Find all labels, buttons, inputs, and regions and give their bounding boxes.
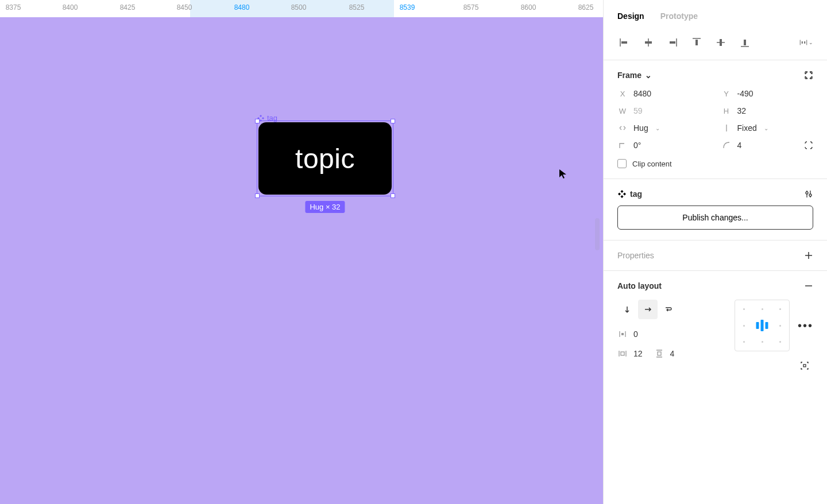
svg-rect-3: [695, 40, 698, 45]
autolayout-title: Auto layout: [617, 281, 662, 290]
selection-handle-se[interactable]: [391, 193, 395, 198]
horizontal-ruler[interactable]: 8375840084258450848085008525853985758600…: [0, 0, 603, 17]
vsize-field[interactable]: Fixed⌄: [721, 123, 814, 133]
svg-rect-2: [670, 41, 675, 44]
alignment-pad[interactable]: [735, 300, 790, 351]
gap-icon: [617, 330, 628, 338]
h-field[interactable]: H32: [721, 106, 814, 115]
ruler-tick: 8539: [400, 3, 415, 11]
tag-frame[interactable]: topic: [258, 122, 392, 195]
canvas[interactable]: tag topic Hug × 32: [0, 17, 603, 504]
selection-handle-nw[interactable]: [255, 119, 260, 123]
frame-section-title[interactable]: Frame ⌄: [617, 71, 652, 80]
direction-vertical-icon[interactable]: [617, 300, 637, 319]
align-right-icon[interactable]: [666, 36, 679, 49]
hsize-field[interactable]: Hug⌄: [617, 123, 710, 133]
svg-rect-7: [804, 41, 805, 44]
alignment-toolbar: ⌄: [604, 30, 827, 60]
vsize-icon: [721, 123, 732, 133]
y-field[interactable]: Y-490: [721, 89, 814, 98]
align-bottom-icon[interactable]: [738, 36, 752, 49]
pad-vertical-field[interactable]: 4: [654, 349, 675, 358]
vertical-scrollbar[interactable]: [595, 218, 600, 250]
svg-rect-10: [621, 333, 624, 335]
size-badge: Hug × 32: [305, 201, 345, 213]
publish-changes-button[interactable]: Publish changes...: [617, 206, 813, 230]
component-icon: [617, 189, 627, 199]
checkbox-icon: [617, 159, 627, 168]
align-hcenter-icon[interactable]: [641, 36, 655, 49]
component-section: tag Publish changes...: [604, 179, 827, 240]
svg-rect-5: [744, 40, 746, 45]
radius-field[interactable]: 4: [721, 141, 814, 150]
inspector-panel: Design Prototype ⌄ Frame ⌄: [603, 0, 827, 504]
properties-title: Properties: [617, 251, 654, 260]
align-vcenter-icon[interactable]: [714, 36, 728, 49]
align-left-icon[interactable]: [617, 36, 631, 49]
autolayout-more-icon[interactable]: •••: [798, 319, 813, 332]
panel-tabs: Design Prototype: [604, 0, 827, 30]
w-field[interactable]: W59: [617, 106, 710, 115]
svg-rect-6: [802, 41, 803, 44]
independent-padding-icon[interactable]: [799, 360, 810, 371]
remove-autolayout-icon[interactable]: [804, 281, 813, 290]
selection-handle-sw[interactable]: [255, 193, 260, 198]
direction-wrap-icon[interactable]: [659, 300, 678, 319]
pad-horizontal-field[interactable]: 12: [617, 349, 643, 358]
ruler-tick: 8625: [578, 3, 594, 11]
add-property-icon[interactable]: [804, 251, 813, 260]
tab-prototype[interactable]: Prototype: [660, 11, 698, 21]
svg-rect-0: [621, 41, 627, 44]
radius-icon: [721, 141, 732, 149]
cursor-icon: [559, 169, 567, 179]
frame-section: Frame ⌄ X8480 Y-490 W59 H32 Hug⌄ Fixe: [604, 60, 827, 179]
component-name-text: tag: [630, 189, 642, 199]
ruler-tick: 8600: [521, 3, 536, 11]
svg-rect-4: [720, 39, 722, 46]
hsize-icon: [617, 125, 628, 131]
tag-text: topic: [295, 143, 355, 175]
distribute-icon[interactable]: ⌄: [799, 36, 813, 49]
fit-frame-icon[interactable]: [804, 71, 813, 80]
pad-v-icon: [654, 349, 664, 358]
clip-content-checkbox[interactable]: Clip content: [617, 159, 813, 168]
svg-rect-1: [645, 41, 652, 44]
ruler-tick: 8375: [6, 3, 21, 11]
properties-section: Properties: [604, 241, 827, 270]
ruler-tick: 8525: [349, 3, 365, 11]
independent-corners-icon[interactable]: [804, 141, 813, 150]
direction-horizontal-icon[interactable]: [638, 300, 658, 319]
svg-point-9: [809, 194, 811, 196]
svg-rect-11: [621, 352, 624, 355]
selection-handle-ne[interactable]: [391, 119, 395, 123]
ruler-tick: 8450: [177, 3, 192, 11]
rotation-icon: [617, 141, 628, 149]
canvas-area: 8375840084258450848085008525853985758600…: [0, 0, 603, 504]
rotation-field[interactable]: 0°: [617, 141, 710, 150]
component-settings-icon[interactable]: [804, 189, 813, 199]
component-name-row[interactable]: tag: [617, 189, 642, 199]
align-top-icon[interactable]: [690, 36, 704, 49]
ruler-tick: 8500: [291, 3, 307, 11]
clip-content-label: Clip content: [632, 160, 672, 168]
autolayout-section: Auto layout 0: [604, 271, 827, 381]
gap-field[interactable]: 0: [617, 329, 721, 339]
ruler-tick: 8400: [63, 3, 78, 11]
svg-rect-13: [803, 365, 806, 367]
alignment-indicator-icon: [756, 320, 768, 331]
x-field[interactable]: X8480: [617, 89, 710, 98]
ruler-tick: 8480: [234, 3, 250, 11]
svg-point-8: [806, 192, 808, 194]
ruler-tick: 8425: [120, 3, 136, 11]
svg-rect-12: [658, 352, 661, 355]
ruler-tick: 8575: [463, 3, 479, 11]
chevron-down-icon: ⌄: [645, 71, 652, 80]
frame-title-text: Frame: [617, 71, 641, 80]
tab-design[interactable]: Design: [617, 11, 644, 21]
pad-h-icon: [617, 350, 628, 358]
